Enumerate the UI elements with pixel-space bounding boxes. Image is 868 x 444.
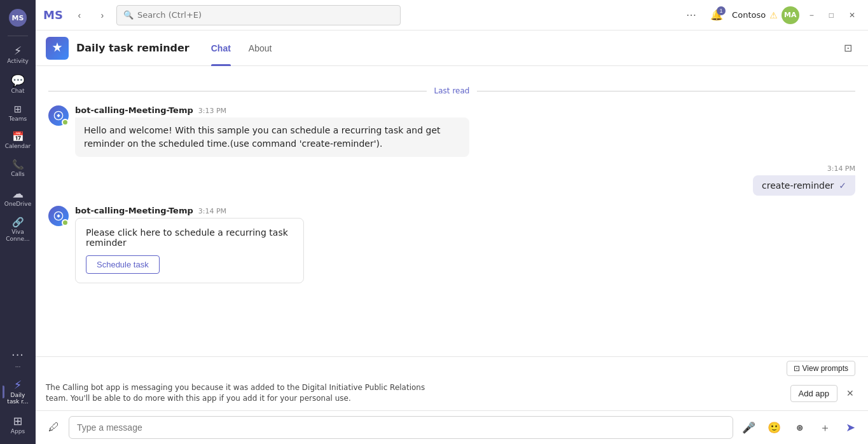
bottom-bar: ⊡ View prompts The Calling bot app is me… (36, 356, 868, 444)
sidebar-item-ms[interactable]: MS (3, 5, 33, 30)
last-read-divider: Last read (48, 86, 855, 95)
last-read-line-right (477, 91, 855, 91)
topbar-actions: ⋯ 🔔 1 Contoso ⚠ MA − □ ✕ (681, 5, 860, 25)
chat-icon: 💬 (11, 75, 25, 86)
close-button[interactable]: ✕ (844, 5, 860, 25)
sidebar-item-calendar[interactable]: 📅 Calendar (3, 128, 33, 154)
chat-header: Daily task reminder Chat About ⊡ (36, 30, 868, 66)
last-read-line-left (48, 91, 427, 91)
calendar-icon: 📅 (12, 132, 24, 142)
sidebar-viva-label: Viva Conne... (5, 229, 31, 243)
sidebar: MS ⚡ Activity 💬 Chat ⊞ Teams 📅 Calendar … (0, 0, 36, 444)
onedrive-icon: ☁ (12, 188, 24, 199)
apps-icon: ⊞ (13, 415, 22, 427)
add-app-button[interactable]: Add app (790, 385, 837, 402)
nav-back-button[interactable]: ‹ (71, 6, 88, 24)
sidebar-item-activity[interactable]: ⚡ Activity (3, 41, 33, 69)
message-group-1: bot-calling-Meeting-Temp 3:13 PM Hello a… (48, 105, 855, 157)
profile-area[interactable]: Contoso ⚠ MA (732, 6, 799, 24)
attach-button[interactable]: 🎤 (738, 417, 759, 438)
app-logo-text: MS (43, 8, 63, 22)
minimize-button[interactable]: − (804, 5, 819, 25)
sidebar-item-chat[interactable]: 💬 Chat (3, 71, 33, 98)
close-notification-button[interactable]: ✕ (843, 386, 858, 401)
message-2-header: bot-calling-Meeting-Temp 3:14 PM (75, 206, 855, 215)
bot-avatar-1 (48, 105, 69, 126)
sidebar-teams-label: Teams (9, 116, 27, 123)
sidebar-item-daily[interactable]: ⚡ Daily task r... (3, 375, 33, 410)
bot-avatar-2-status (62, 219, 69, 226)
message-input-area: 🖊 🎤 🙂 ⊛ ＋ ➤ (36, 411, 868, 444)
more-dots-icon: ⋯ (686, 9, 696, 21)
format-button[interactable]: 🖊 (43, 417, 64, 438)
sidebar-onedrive-label: OneDrive (4, 201, 31, 208)
search-icon: 🔍 (123, 10, 134, 20)
notification-actions: Add app ✕ (790, 385, 858, 402)
sidebar-chat-label: Chat (11, 88, 24, 95)
search-box[interactable]: 🔍 Search (Ctrl+E) (116, 5, 401, 25)
sidebar-item-teams[interactable]: ⊞ Teams (3, 101, 33, 126)
sidebar-apps-label: Apps (11, 428, 25, 435)
message-2-time: 3:14 PM (198, 207, 226, 215)
popout-icon: ⊡ (844, 42, 852, 54)
activity-icon: ⚡ (14, 45, 22, 57)
sidebar-item-calls[interactable]: 📞 Calls (3, 156, 33, 182)
topbar: MS ‹ › 🔍 Search (Ctrl+E) ⋯ 🔔 1 Contoso ⚠… (36, 0, 868, 30)
sidebar-item-viva[interactable]: 🔗 Viva Conne... (3, 214, 33, 246)
tab-chat[interactable]: Chat (202, 30, 240, 66)
card-text: Please click here to schedule a recurrin… (86, 227, 293, 248)
send-button[interactable]: ➤ (840, 417, 860, 438)
pop-out-button[interactable]: ⊡ (837, 38, 858, 58)
sidebar-activity-label: Activity (7, 58, 29, 65)
ms-logo: MS (9, 9, 27, 27)
notifications-button[interactable]: 🔔 1 (706, 5, 727, 25)
sidebar-item-onedrive[interactable]: ☁ OneDrive (3, 184, 33, 212)
message-2-content: bot-calling-Meeting-Temp 3:14 PM Please … (75, 206, 855, 283)
sidebar-divider (8, 36, 28, 36)
sidebar-item-apps[interactable]: ⊞ Apps (3, 412, 33, 439)
chat-area: Daily task reminder Chat About ⊡ Last re… (36, 30, 868, 444)
format-icon: 🖊 (48, 421, 59, 434)
message-2-sender: bot-calling-Meeting-Temp (75, 206, 193, 215)
daily-icon: ⚡ (14, 379, 22, 391)
message-1-sender: bot-calling-Meeting-Temp (75, 105, 193, 115)
sidebar-calendar-label: Calendar (5, 143, 31, 150)
sidebar-calls-label: Calls (11, 171, 25, 178)
chat-title: Daily task reminder (76, 42, 189, 54)
sidebar-daily-label: Daily task r... (5, 392, 31, 406)
gif-button[interactable]: ⊛ (789, 417, 809, 438)
view-prompts-button[interactable]: ⊡ View prompts (787, 361, 855, 376)
sent-message-bubble: create-reminder ✓ (753, 175, 855, 196)
last-read-label: Last read (434, 86, 470, 95)
maximize-button[interactable]: □ (824, 5, 839, 25)
sent-message-text: create-reminder (762, 180, 834, 191)
chat-tabs: Chat About (202, 30, 281, 66)
emoji-button[interactable]: 🙂 (764, 417, 784, 438)
gif-icon: ⊛ (796, 423, 803, 433)
tab-about[interactable]: About (240, 30, 281, 66)
message-1-time: 3:13 PM (198, 107, 226, 115)
input-top-row: ⊡ View prompts (36, 357, 868, 376)
plus-icon: ＋ (820, 420, 830, 435)
profile-name-text: Contoso (732, 10, 766, 20)
bot-avatar-2 (48, 206, 69, 226)
message-input[interactable] (69, 416, 733, 439)
avatar-status-indicator (62, 119, 69, 126)
profile-avatar: MA (782, 6, 799, 24)
sidebar-more-label: ... (15, 362, 21, 369)
bot-icon (46, 37, 69, 60)
attach-icon: 🎤 (742, 421, 755, 434)
schedule-task-button[interactable]: Schedule task (86, 255, 160, 274)
message-1-bubble: Hello and welcome! With this sample you … (75, 118, 469, 157)
more-options-button[interactable]: ⋯ (681, 5, 701, 25)
viva-icon: 🔗 (12, 218, 24, 227)
nav-forward-button[interactable]: › (93, 6, 111, 24)
sent-check-icon: ✓ (839, 180, 846, 191)
message-group-2: bot-calling-Meeting-Temp 3:14 PM Please … (48, 206, 855, 283)
teams-icon: ⊞ (14, 105, 22, 114)
sidebar-item-more[interactable]: ··· ... (3, 346, 33, 373)
messages-list: Last read bot-calling-Meeting- (36, 66, 868, 356)
message-card: Please click here to schedule a recurrin… (75, 218, 304, 283)
sent-message-wrap: 3:14 PM create-reminder ✓ (48, 165, 855, 196)
more-input-button[interactable]: ＋ (815, 417, 835, 438)
